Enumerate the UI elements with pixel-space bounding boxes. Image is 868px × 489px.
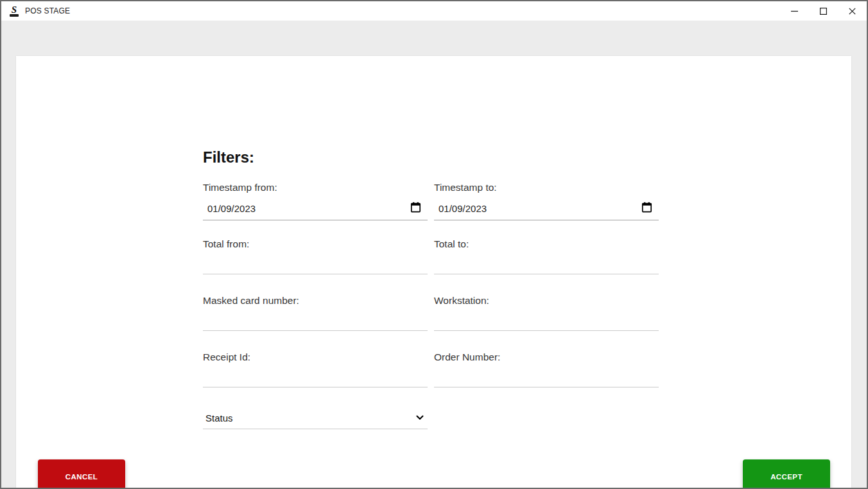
timestamp-from-input[interactable]: 01/09/2023 bbox=[203, 197, 428, 220]
timestamp-to-input[interactable]: 01/09/2023 bbox=[434, 197, 659, 220]
field-status: Status bbox=[203, 407, 428, 429]
maximize-icon bbox=[820, 8, 827, 15]
masked-card-number-input[interactable] bbox=[203, 310, 428, 330]
chevron-down-icon bbox=[415, 413, 424, 422]
filters-card: Filters: Timestamp from: 01/09/2023 bbox=[16, 56, 851, 489]
receipt-id-input[interactable] bbox=[203, 366, 428, 387]
field-label: Receipt Id: bbox=[203, 351, 428, 364]
field-timestamp-to: Timestamp to: 01/09/2023 bbox=[434, 181, 659, 220]
status-select[interactable]: Status bbox=[203, 407, 428, 429]
content-background: Filters: Timestamp from: 01/09/2023 bbox=[1, 21, 867, 488]
field-label: Timestamp from: bbox=[203, 181, 428, 194]
maximize-button[interactable] bbox=[809, 1, 838, 21]
field-label: Timestamp to: bbox=[434, 181, 659, 194]
field-label: Masked card number: bbox=[203, 294, 428, 307]
field-label: Total from: bbox=[203, 238, 428, 251]
field-total-from: Total from: bbox=[203, 238, 428, 274]
calendar-icon[interactable] bbox=[641, 202, 652, 213]
order-number-input[interactable] bbox=[434, 366, 659, 387]
minimize-icon bbox=[791, 8, 798, 15]
field-timestamp-from: Timestamp from: 01/09/2023 bbox=[203, 181, 428, 220]
workstation-input[interactable] bbox=[434, 310, 659, 330]
field-total-to: Total to: bbox=[434, 238, 659, 274]
minimize-button[interactable] bbox=[780, 1, 809, 21]
close-button[interactable] bbox=[838, 1, 867, 21]
window-title: POS STAGE bbox=[25, 6, 70, 15]
app-window: S POS STAGE Filters: Timestamp from: 01/… bbox=[0, 0, 868, 489]
calendar-icon[interactable] bbox=[410, 202, 421, 213]
field-label: Order Number: bbox=[434, 351, 659, 364]
close-icon bbox=[849, 8, 856, 15]
field-label: Workstation: bbox=[434, 294, 659, 307]
cancel-button[interactable]: CANCEL bbox=[38, 459, 125, 489]
field-order-number: Order Number: bbox=[434, 351, 659, 387]
field-receipt-id: Receipt Id: bbox=[203, 351, 428, 387]
total-to-input[interactable] bbox=[434, 253, 659, 274]
title-bar[interactable]: S POS STAGE bbox=[1, 1, 867, 21]
total-from-input[interactable] bbox=[203, 253, 428, 274]
page-title: Filters: bbox=[203, 148, 254, 167]
accept-button[interactable]: ACCEPT bbox=[743, 459, 830, 489]
field-label: Total to: bbox=[434, 238, 659, 251]
window-controls bbox=[780, 1, 867, 21]
field-workstation: Workstation: bbox=[434, 294, 659, 331]
app-icon: S bbox=[8, 5, 20, 17]
field-masked-card-number: Masked card number: bbox=[203, 294, 428, 331]
